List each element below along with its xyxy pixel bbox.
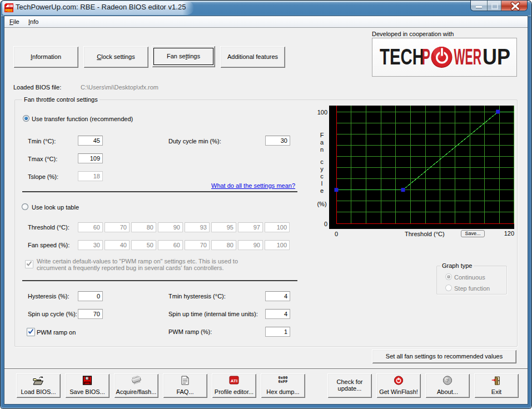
svg-text:P: P	[422, 46, 431, 68]
svg-text:UP: UP	[483, 46, 510, 68]
svg-text:RBE: RBE	[5, 8, 13, 12]
svg-text:?: ?	[446, 378, 449, 383]
svg-text:ATI: ATI	[231, 378, 237, 383]
svg-text:WER: WER	[454, 46, 482, 68]
svg-text:TECH: TECH	[380, 46, 424, 68]
